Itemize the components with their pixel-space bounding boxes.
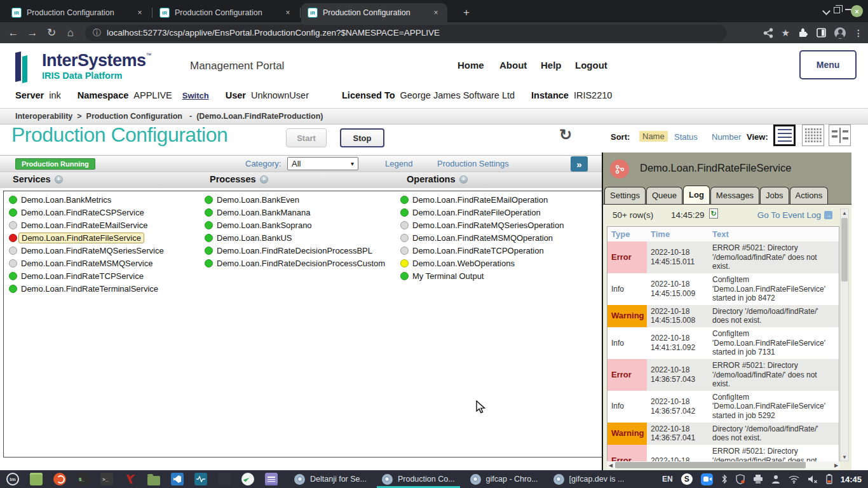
tab-close-icon[interactable]: × [135,8,145,18]
battery-icon[interactable] [826,474,832,484]
site-info-icon[interactable]: ⓘ [93,27,101,39]
operation-item[interactable]: Demo.Loan.FindRateMSMQOperation [400,231,564,244]
category-select[interactable]: All ▾ [287,157,358,170]
refresh-spinner-icon[interactable]: ↻ [559,126,572,144]
add-process-button[interactable]: + [260,175,268,184]
operation-item[interactable]: Demo.Loan.FindRateTCPOperation [400,244,564,257]
log-col-time[interactable]: Time [647,227,709,241]
log-row[interactable]: Warning 2022-10-1814:45:15.008 Directory… [607,305,839,327]
keyboard-layout-indicator[interactable]: EN [662,475,673,484]
service-item[interactable]: Demo.Loan.BankMetrics [9,193,164,206]
extensions-puzzle-icon[interactable] [798,28,808,38]
home-icon[interactable]: ⌂ [61,27,80,39]
browser-tab[interactable]: IR Production Configuration × [5,3,151,22]
log-horizontal-scrollbar[interactable]: ◀ ▶ [607,461,840,469]
user-accounts-icon[interactable] [771,475,780,484]
log-row[interactable]: Error 2022-10-1814:36:57.043 ERROR #5021… [607,359,839,391]
operation-item[interactable]: Demo.Loan.FindRateFileOperation [400,206,564,219]
log-refresh-icon[interactable]: ↻ [709,208,718,219]
taskbar-window-production-active[interactable]: Production Co... [374,470,463,488]
browser-tab[interactable]: IR Production Configuration × [153,3,299,22]
tab-settings[interactable]: Settings [604,187,646,204]
nav-about-link[interactable]: About [499,60,527,71]
add-service-button[interactable]: + [55,175,63,184]
log-row[interactable]: Info 2022-10-1814:41:31.092 ConfigItem '… [607,327,839,359]
add-operation-button[interactable]: + [459,175,468,184]
taskbar-window-deltanji[interactable]: Deltanji for Se... [287,470,374,488]
volume-muted-icon[interactable] [808,475,818,484]
horizontal-scroll-thumb[interactable] [615,462,806,468]
switch-namespace-link[interactable]: Switch [182,91,209,100]
firewall-shield-icon[interactable] [736,474,745,484]
operation-item[interactable]: Demo.Loan.FindRateMQSeriesOperation [400,219,564,231]
wifi-icon[interactable] [789,475,799,484]
tab-close-icon[interactable]: × [431,8,441,18]
service-item[interactable]: Demo.Loan.FindRateTCPService [9,269,164,282]
bluetooth-icon[interactable] [721,474,728,484]
taskbar-window-gifcap[interactable]: gifcap - Chro... [463,470,546,488]
vscode-icon[interactable] [171,473,184,485]
log-row[interactable]: Info 2022-10-1814:45:15.009 ConfigItem '… [607,273,839,305]
maps-compass-icon[interactable] [241,473,254,485]
calculator-icon[interactable] [218,473,231,485]
operation-item[interactable]: Demo.Loan.FindRateEMailOperation [400,193,564,206]
new-tab-button[interactable]: + [459,5,474,20]
side-panel-icon[interactable] [817,28,826,37]
sort-status-option[interactable]: Status [674,132,698,142]
list-view-icon[interactable] [773,125,796,146]
tab-messages[interactable]: Messages [710,187,759,204]
green-window-icon[interactable] [30,473,43,485]
scroll-right-icon[interactable]: ▶ [832,461,840,469]
profile-avatar-icon[interactable] [834,27,846,39]
terminal-alt-icon[interactable]: >_ [100,473,113,485]
service-item[interactable]: Demo.Loan.FindRateEMailService [9,219,164,231]
tab-close-icon[interactable]: × [283,8,293,18]
nav-home-link[interactable]: Home [458,60,484,71]
file-manager-icon[interactable] [147,476,160,485]
go-to-event-log-link[interactable]: Go To Event Log → [757,210,832,220]
printer-icon[interactable] [753,475,763,484]
log-row[interactable]: Error 2022-10-1814:45:15.011 ERROR #5021… [607,241,839,273]
start-button[interactable]: Start [286,128,327,147]
url-bar[interactable]: ⓘ localhost:52773/csp/applive/EnsPortal.… [85,25,727,41]
taskbar-window-gifcap-dev[interactable]: [gifcap.dev is ... [546,470,632,488]
process-item[interactable]: Demo.Loan.FindRateDecisionProcessCustom [205,257,385,269]
operation-item[interactable]: My Terminal Output [400,269,564,282]
waveform-app-icon[interactable] [194,473,207,485]
mint-menu-icon[interactable]: lm [6,473,19,485]
log-vertical-scrollbar[interactable]: ▲ ▼ [840,208,849,461]
service-item-selected[interactable]: Demo.Loan.FindRateFileService [9,231,164,244]
service-item[interactable]: Demo.Loan.FindRateTerminalService [9,282,164,295]
skype-tray-icon[interactable]: S [681,473,693,485]
back-icon[interactable]: ← [4,27,23,39]
breadcrumb-root-link[interactable]: Interoperability [15,112,72,121]
process-item[interactable]: Demo.Loan.FindRateDecisionProcessBPL [205,244,385,257]
stop-button[interactable]: Stop [340,128,384,147]
restore-window-icon[interactable] [834,7,840,13]
service-item[interactable]: Demo.Loan.FindRateMQSeriesService [9,244,164,257]
deltanji-icon[interactable] [124,473,137,485]
vertical-scroll-thumb[interactable] [841,218,848,281]
grid-view-icon[interactable] [802,125,824,146]
browser-menu-icon[interactable]: ⋮ [854,28,863,38]
tab-queue[interactable]: Queue [646,187,682,204]
log-row[interactable]: Warning 2022-10-1814:36:57.041 Directory… [607,423,839,445]
log-col-text[interactable]: Text [709,227,839,241]
service-item[interactable]: Demo.Loan.FindRateMSMQService [9,257,164,269]
purple-notes-icon[interactable] [265,473,278,485]
tab-log[interactable]: Log [683,186,710,204]
scroll-down-icon[interactable]: ▼ [841,453,848,461]
browser-tab-active[interactable]: IR Production Configuration × [301,3,447,22]
close-window-button[interactable]: × [851,5,863,17]
reload-icon[interactable]: ↻ [42,26,61,39]
sort-number-option[interactable]: Number [712,132,741,142]
nav-help-link[interactable]: Help [541,60,562,71]
nav-logout-link[interactable]: Logout [575,60,607,71]
expand-panel-button[interactable]: » [571,156,588,172]
service-item[interactable]: Demo.Loan.FindRateCSPService [9,206,164,219]
process-item[interactable]: Demo.Loan.BankEven [205,193,385,206]
taskbar-clock[interactable]: 14:45 [841,475,862,484]
log-row[interactable]: Error 2022-10-18 ERROR #5021: Directory … [607,445,839,462]
operation-item[interactable]: Demo.Loan.WebOperations [400,257,564,269]
forward-icon[interactable]: → [23,27,42,39]
